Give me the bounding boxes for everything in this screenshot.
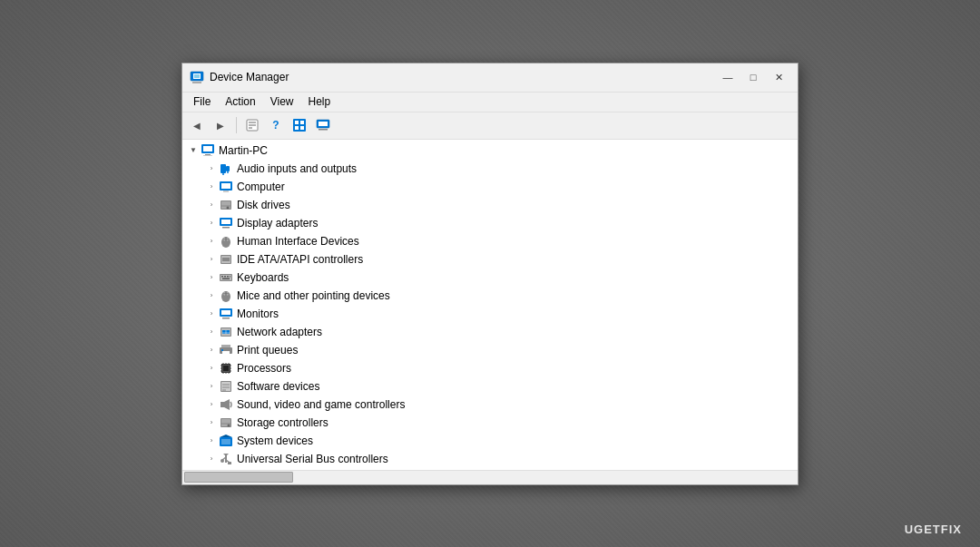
svg-rect-44: [224, 276, 226, 278]
disk-label: Disk drives: [237, 199, 290, 211]
menu-bar: File Action View Help: [182, 93, 798, 112]
menu-action[interactable]: Action: [218, 93, 262, 112]
network-icon: [219, 325, 233, 339]
svg-rect-43: [221, 276, 223, 278]
root-expand-arrow: ▼: [186, 143, 201, 158]
svg-rect-63: [221, 349, 223, 351]
computer-device-icon: [219, 180, 233, 194]
keyboard-label: Keyboards: [237, 271, 289, 284]
disk-icon: [219, 198, 233, 212]
svg-rect-14: [318, 129, 328, 131]
tree-item-audio[interactable]: › Audio inputs and outputs: [182, 160, 798, 178]
svg-rect-62: [222, 351, 230, 355]
tree-item-hid[interactable]: › Human Interface Devices: [182, 232, 798, 250]
svg-rect-11: [295, 126, 299, 130]
usb-icon: [219, 452, 233, 466]
help-toolbar-button[interactable]: ?: [265, 114, 287, 136]
audio-expand-arrow: ›: [204, 161, 219, 176]
update-driver-button[interactable]: [289, 114, 310, 136]
minimize-button[interactable]: —: [716, 65, 740, 89]
svg-rect-45: [227, 276, 229, 278]
tree-item-mice[interactable]: › Mice and other pointing devices: [182, 287, 798, 305]
tree-item-sound[interactable]: › Sound, video and game controllers: [182, 396, 798, 414]
usb-expand-arrow: ›: [204, 452, 219, 466]
mice-icon: [219, 288, 233, 303]
network-label: Network adapters: [237, 326, 322, 338]
svg-rect-42: [220, 275, 231, 280]
software-label: Software devices: [237, 380, 319, 393]
properties-button[interactable]: [241, 114, 263, 136]
svg-rect-25: [221, 183, 230, 189]
tree-item-disk[interactable]: › Disk drives: [182, 196, 798, 214]
display-adapter-icon: [219, 216, 233, 230]
tree-item-print[interactable]: › Print queues: [182, 341, 798, 359]
sysdev-expand-arrow: ›: [204, 434, 219, 448]
tree-item-sysdev[interactable]: › System devices: [182, 432, 798, 450]
hid-label: Human Interface Devices: [237, 235, 359, 248]
app-icon: [190, 70, 204, 84]
processors-icon: [219, 361, 233, 376]
svg-rect-3: [194, 74, 200, 78]
menu-view[interactable]: View: [263, 93, 301, 112]
device-tree[interactable]: ▼ Martin-PC ›: [182, 140, 798, 470]
window-title: Device Manager: [210, 71, 716, 83]
tree-item-display[interactable]: › Display adapters: [182, 214, 798, 232]
scrollbar-thumb[interactable]: [184, 472, 293, 483]
svg-rect-19: [203, 155, 212, 156]
tree-item-software[interactable]: › Software devices: [182, 377, 798, 396]
ide-label: IDE ATA/ATAPI controllers: [237, 253, 363, 266]
software-icon: [219, 379, 233, 394]
print-expand-arrow: ›: [204, 343, 219, 357]
tree-item-processors[interactable]: ›: [182, 359, 798, 377]
svg-point-89: [228, 424, 230, 426]
device-manager-window: Device Manager — □ ✕ File Action View He…: [181, 63, 799, 485]
tree-item-computer[interactable]: › Computer: [182, 178, 798, 196]
svg-rect-28: [221, 201, 230, 209]
menu-file[interactable]: File: [186, 93, 218, 112]
scrollbar-track[interactable]: [184, 471, 796, 484]
title-bar: Device Manager — □ ✕: [182, 63, 798, 93]
svg-rect-47: [222, 278, 230, 279]
storage-expand-arrow: ›: [204, 415, 219, 430]
watermark: UGETFIX: [905, 523, 962, 536]
tree-item-network[interactable]: › Network adapters: [182, 323, 798, 341]
mice-expand-arrow: ›: [204, 288, 219, 303]
forward-button[interactable]: ▶: [210, 114, 231, 136]
sound-label: Sound, video and game controllers: [237, 398, 405, 411]
tree-item-usb[interactable]: › Universal Serial Bus controllers: [182, 450, 798, 468]
close-button[interactable]: ✕: [767, 65, 790, 89]
svg-rect-12: [300, 126, 304, 130]
software-expand-arrow: ›: [204, 379, 219, 394]
tree-item-storage[interactable]: › Storage controllers: [182, 414, 798, 432]
ide-icon: [219, 252, 233, 267]
monitors-expand-arrow: ›: [204, 307, 219, 321]
tree-item-monitors[interactable]: › Monitors: [182, 305, 798, 323]
tree-item-ide[interactable]: › IDE ATA/ATAPI controllers: [182, 250, 798, 269]
window-controls: — □ ✕: [716, 65, 790, 89]
tree-root[interactable]: ▼ Martin-PC: [182, 142, 798, 160]
svg-rect-26: [223, 190, 229, 192]
maximize-button[interactable]: □: [741, 65, 765, 89]
svg-rect-40: [222, 258, 230, 261]
root-label: Martin-PC: [219, 144, 268, 157]
svg-marker-91: [220, 435, 232, 437]
back-button[interactable]: ◀: [186, 114, 208, 136]
menu-help[interactable]: Help: [301, 93, 338, 112]
svg-rect-15: [318, 122, 328, 126]
svg-marker-94: [223, 454, 229, 456]
display-label: Display adapters: [237, 217, 318, 230]
print-icon: [219, 343, 233, 357]
network-expand-arrow: ›: [204, 325, 219, 339]
svg-rect-33: [222, 227, 230, 229]
tree-item-keyboard[interactable]: › Keyboards: [182, 269, 798, 287]
print-label: Print queues: [237, 344, 298, 357]
sysdev-label: System devices: [237, 435, 313, 447]
svg-rect-84: [220, 402, 224, 407]
svg-point-30: [227, 206, 230, 209]
svg-rect-66: [223, 366, 229, 371]
svg-rect-10: [300, 121, 304, 124]
svg-rect-54: [222, 317, 230, 319]
toolbar-separator-1: [236, 117, 237, 133]
display-button[interactable]: [312, 114, 334, 136]
processors-expand-arrow: ›: [204, 361, 219, 376]
